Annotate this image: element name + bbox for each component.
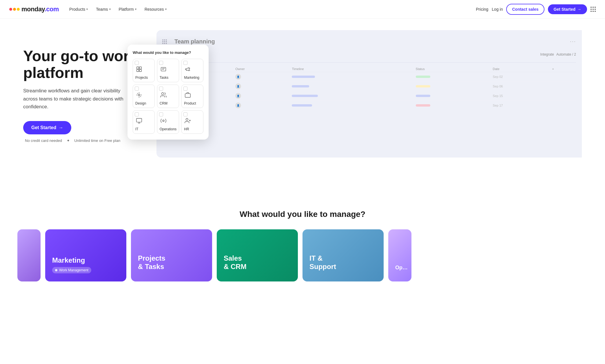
bottom-section: What would you like to manage? Marketing… — [0, 192, 605, 293]
nav-products[interactable]: Products ▾ — [66, 5, 91, 14]
apps-grid-button[interactable] — [591, 7, 596, 12]
svg-line-8 — [189, 70, 190, 70]
logo-dot-red — [9, 8, 12, 11]
design-label: Design — [135, 101, 146, 105]
nav-left: monday.com Products ▾ Teams ▾ Platform ▾… — [9, 5, 170, 14]
projects-card[interactable]: Projects& Tasks — [131, 229, 212, 281]
svg-point-10 — [138, 94, 140, 96]
modal-item-design[interactable]: Design — [133, 85, 155, 108]
checkbox-it[interactable] — [135, 112, 139, 116]
hero-get-started-button[interactable]: Get Started → — [23, 121, 71, 134]
hr-label: HR — [184, 127, 189, 131]
checkbox-marketing[interactable] — [183, 61, 187, 65]
nav-resources[interactable]: Resources ▾ — [141, 5, 170, 14]
marketing-label: Marketing — [184, 76, 199, 80]
chevron-down-icon: ▾ — [86, 8, 88, 11]
logo[interactable]: monday.com — [9, 6, 59, 13]
svg-point-16 — [163, 120, 164, 122]
tasks-icon — [160, 66, 167, 74]
logo-dot-orange — [13, 8, 16, 11]
platform-tabs: Gantt Kanban + Integrate Automate / 2 — [162, 50, 576, 63]
dot — [591, 11, 592, 12]
svg-point-11 — [161, 93, 163, 95]
row-avatar: 👤 — [233, 72, 289, 82]
hero-left: Your go-to work platform Streamline work… — [23, 36, 145, 143]
nav-teams[interactable]: Teams ▾ — [92, 5, 114, 14]
svg-line-7 — [189, 68, 190, 68]
table-row: ces 👤 Sep 15 — [162, 91, 576, 101]
checkbox-crm[interactable] — [159, 87, 163, 91]
logo-text: monday.com — [21, 6, 59, 13]
svg-rect-2 — [137, 69, 139, 72]
checkbox-design[interactable] — [135, 87, 139, 91]
crm-icon — [160, 92, 167, 100]
checkbox-projects[interactable] — [135, 61, 139, 65]
col-owner: Owner — [233, 66, 289, 72]
navigation: monday.com Products ▾ Teams ▾ Platform ▾… — [0, 0, 605, 19]
product-icon — [185, 92, 191, 100]
table-row: lan 👤 Sep 17 — [162, 101, 576, 110]
checkbox-operations[interactable] — [159, 112, 163, 116]
logo-mark — [9, 8, 20, 11]
dot — [593, 9, 594, 10]
dot — [593, 11, 594, 12]
dot — [595, 9, 596, 10]
nav-links: Products ▾ Teams ▾ Platform ▾ Resources … — [66, 5, 170, 14]
table-row: materials 👤 Sep 02 — [162, 72, 576, 82]
platform-title: Team planning — [174, 38, 215, 45]
get-started-nav-button[interactable]: Get Started → — [548, 4, 587, 14]
checkbox-hr[interactable] — [183, 112, 187, 116]
col-add[interactable]: + — [550, 66, 576, 72]
contact-sales-button[interactable]: Contact sales — [506, 4, 544, 15]
hr-icon — [185, 118, 191, 125]
it-card[interactable]: IT &Support — [302, 229, 384, 281]
sales-card[interactable]: Sales& CRM — [217, 229, 298, 281]
marketing-icon — [185, 66, 191, 74]
svg-rect-0 — [137, 67, 139, 69]
row-date: Sep 02 — [491, 72, 550, 82]
modal-item-hr[interactable]: HR — [181, 110, 203, 134]
hero-headline: Your go-to work platform — [23, 47, 145, 81]
modal-item-operations[interactable]: Operations — [157, 110, 179, 134]
hero-section: Your go-to work platform Streamline work… — [0, 19, 605, 192]
partial-right-card: Op… — [388, 229, 411, 281]
modal-item-marketing[interactable]: Marketing — [181, 59, 203, 82]
nav-login[interactable]: Log in — [492, 7, 503, 12]
nav-pricing[interactable]: Pricing — [476, 7, 489, 12]
checkbox-tasks[interactable] — [159, 61, 163, 65]
chevron-down-icon: ▾ — [165, 8, 167, 11]
row-status — [413, 72, 491, 82]
nav-right: Pricing Log in Contact sales Get Started… — [476, 4, 596, 15]
category-cards-row: Marketing Work Management Projects& Task… — [0, 229, 605, 281]
col-date: Date — [491, 66, 550, 72]
automate-label[interactable]: Automate / 2 — [556, 52, 576, 56]
integrate-label[interactable]: Integrate — [540, 52, 554, 56]
svg-rect-13 — [136, 118, 142, 122]
platform-table: Owner Timeline Status Date + materials 👤… — [162, 66, 576, 110]
it-card-title: IT &Support — [309, 254, 377, 271]
dot — [591, 7, 592, 8]
checkbox-product[interactable] — [183, 87, 187, 91]
product-label: Product — [184, 101, 196, 105]
modal-item-tasks[interactable]: Tasks — [157, 59, 179, 82]
more-options-icon[interactable]: ··· — [570, 39, 576, 45]
crm-label: CRM — [160, 101, 167, 105]
svg-rect-1 — [139, 67, 141, 69]
svg-point-17 — [186, 118, 188, 120]
marketing-card-title: Marketing — [52, 256, 119, 265]
modal-item-product[interactable]: Product — [181, 85, 203, 108]
partial-left-card — [17, 229, 41, 281]
marketing-card[interactable]: Marketing Work Management — [45, 229, 126, 281]
tasks-label: Tasks — [160, 76, 169, 80]
logo-suffix: .com — [45, 6, 59, 13]
nav-platform[interactable]: Platform ▾ — [115, 5, 140, 14]
projects-card-title: Projects& Tasks — [138, 254, 205, 271]
col-timeline: Timeline — [289, 66, 413, 72]
it-icon — [136, 118, 142, 125]
modal-item-crm[interactable]: CRM — [157, 85, 179, 108]
modal-item-it[interactable]: IT — [133, 110, 155, 134]
bottom-title: What would you like to manage? — [0, 210, 605, 219]
modal-item-projects[interactable]: Projects — [133, 59, 155, 82]
dot — [595, 11, 596, 12]
platform-preview: Team planning ··· Gantt Kanban + Integra… — [156, 30, 582, 158]
